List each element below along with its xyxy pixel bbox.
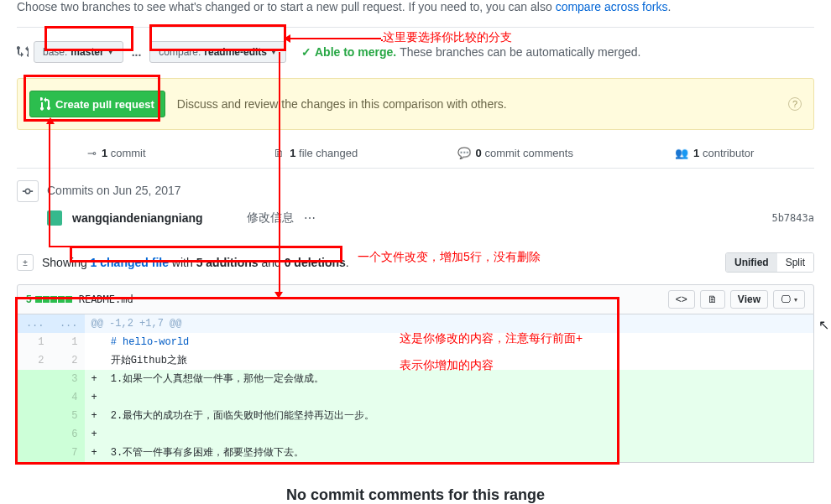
- commit-icon-small: ⊸: [87, 147, 97, 159]
- caret-down-icon: ▼: [270, 49, 277, 56]
- view-file-button[interactable]: View: [730, 290, 768, 309]
- ellipsis-icon: ...: [132, 45, 142, 59]
- commit-ellipsis[interactable]: ⋯: [304, 211, 316, 225]
- diff-line: 11# hello-world: [18, 333, 814, 351]
- file-name[interactable]: README.md: [79, 294, 133, 305]
- help-icon[interactable]: ?: [788, 97, 802, 111]
- file-diffstat-count: 5: [26, 294, 32, 305]
- merge-desc-text: These branches can be automatically merg…: [400, 45, 640, 59]
- intro-text: Choose two branches to see what's change…: [17, 0, 814, 13]
- diff-line-add: 6+: [18, 425, 814, 444]
- diff-line-add: 3+1.如果一个人真想做一件事，那他一定会做成。: [18, 370, 814, 388]
- no-comments-heading: No commit comments for this range: [17, 463, 814, 504]
- file-icon: 🗎: [274, 147, 285, 159]
- rendered-view-icon[interactable]: 🗎: [700, 290, 725, 309]
- diff-line: 22开始Github之旅: [18, 351, 814, 370]
- file-header: 5 README.md <> 🗎 View 🖵 ▾: [17, 284, 814, 314]
- changed-file-link[interactable]: 1 changed file: [91, 256, 169, 269]
- diffstat-blocks: [35, 296, 72, 303]
- pr-icon: [40, 97, 50, 111]
- check-icon: ✓: [301, 45, 311, 59]
- diff-line-add: 5+2.最伟大的成功在于，面临失败时他们能坚持再迈出一步。: [18, 407, 814, 425]
- showing-row: ± Showing 1 changed file with 5 addition…: [17, 252, 814, 273]
- create-pr-button[interactable]: Create pull request: [29, 91, 165, 117]
- stat-commits[interactable]: ⊸ 1 commit: [17, 138, 217, 168]
- commit-message[interactable]: 修改信息: [247, 210, 294, 226]
- caret-down-icon: ▼: [107, 49, 114, 56]
- annotation-arrow: [49, 246, 70, 247]
- hunk-header: ......@@ -1,2 +1,7 @@: [18, 314, 814, 333]
- stat-comments[interactable]: 💬 0 commit comments: [416, 138, 615, 168]
- source-view-icon[interactable]: <>: [668, 290, 695, 309]
- stats-bar: ⊸ 1 commit 🗎 1 file changed 💬 0 commit c…: [17, 138, 814, 169]
- compare-row: base: master ▼ ... compare: readme-edits…: [17, 27, 814, 78]
- unified-toggle[interactable]: Unified: [726, 253, 777, 272]
- commit-hash[interactable]: 5b7843a: [771, 212, 814, 224]
- pr-banner: Create pull request Discuss and review t…: [17, 78, 814, 130]
- compare-forks-link[interactable]: compare across forks: [556, 0, 668, 13]
- comment-icon: 💬: [457, 147, 471, 159]
- able-to-merge-text: Able to merge.: [315, 45, 396, 59]
- diff-table: ......@@ -1,2 +1,7 @@ 11# hello-world 22…: [17, 314, 814, 463]
- compare-branch-button[interactable]: compare: readme-edits ▼: [149, 41, 286, 63]
- compare-icon: [17, 44, 29, 60]
- cursor-icon: ↖: [818, 317, 829, 333]
- commits-date: Commits on Jun 25, 2017: [47, 180, 181, 197]
- commit-timeline-icon: [17, 180, 39, 202]
- diff-line-add: 4+: [18, 388, 814, 407]
- avatar[interactable]: [47, 210, 62, 226]
- stat-contributors[interactable]: 👥 1 contributor: [615, 138, 815, 168]
- diff-view-toggle: Unified Split: [725, 252, 814, 273]
- stat-files[interactable]: 🗎 1 file changed: [217, 138, 416, 168]
- people-icon: 👥: [675, 147, 688, 159]
- split-toggle[interactable]: Split: [777, 253, 813, 272]
- commit-row: wangqiandeniangniang 修改信息 ⋯ 5b7843a: [17, 202, 814, 234]
- diff-line-add: 7+3.不管一件事有多困难，都要坚持做下去。: [18, 444, 814, 463]
- commit-author[interactable]: wangqiandeniangniang: [72, 211, 203, 225]
- banner-desc: Discuss and review the changes in this c…: [177, 97, 507, 111]
- base-branch-button[interactable]: base: master ▼: [34, 41, 123, 63]
- diff-icon: ±: [17, 254, 34, 271]
- display-icon[interactable]: 🖵 ▾: [773, 290, 805, 309]
